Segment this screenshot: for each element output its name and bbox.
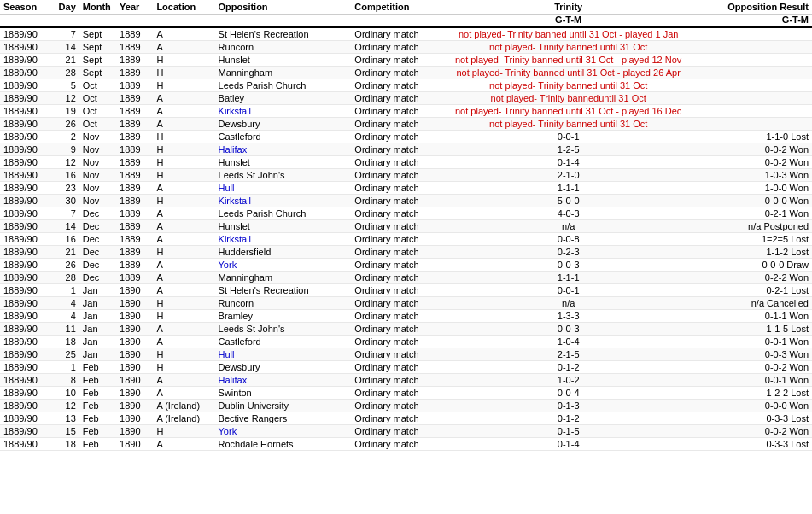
cell-opp-result: 0-0-2 Won — [689, 361, 812, 374]
table-row: 1889/90 11 Jan 1890 A Leeds St John's Or… — [0, 323, 812, 336]
cell-location: H — [153, 54, 214, 67]
cell-season: 1889/90 — [0, 54, 51, 67]
cell-year: 1889 — [116, 143, 153, 156]
header-opp-result: Opposition Result — [689, 0, 812, 15]
cell-opp-result — [689, 79, 812, 92]
cell-day: 16 — [51, 169, 79, 182]
cell-location: H — [153, 348, 214, 361]
cell-opposition[interactable]: Hull — [215, 182, 352, 195]
header-opposition: Opposition — [215, 0, 352, 15]
cell-season: 1889/90 — [0, 387, 51, 400]
cell-opposition[interactable]: York — [215, 259, 352, 272]
sub-trinity: G-T-M — [448, 15, 689, 28]
table-row: 1889/90 8 Feb 1890 A Halifax Ordinary ma… — [0, 374, 812, 387]
table-row: 1889/90 19 Oct 1889 A Kirkstall Ordinary… — [0, 105, 812, 118]
cell-opposition[interactable]: York — [215, 425, 352, 438]
table-row: 1889/90 21 Sept 1889 H Hunslet Ordinary … — [0, 54, 812, 67]
cell-location: A (Ireland) — [153, 400, 214, 412]
sub-month — [79, 15, 116, 28]
cell-year: 1889 — [116, 131, 153, 143]
cell-month: Dec — [79, 272, 116, 284]
cell-opposition[interactable]: Hull — [215, 348, 352, 361]
cell-trinity: 0-0-3 — [448, 259, 689, 272]
cell-opposition[interactable]: Kirkstall — [215, 195, 352, 207]
cell-year: 1889 — [116, 246, 153, 259]
cell-season: 1889/90 — [0, 195, 51, 207]
header-row-sub: G-T-M G-T-M — [0, 15, 812, 28]
cell-trinity: 0-2-3 — [448, 246, 689, 259]
cell-opp-result: 0-0-1 Won — [689, 374, 812, 387]
table-row: 1889/90 16 Nov 1889 H Leeds St John's Or… — [0, 169, 812, 182]
cell-opposition: Swinton — [215, 387, 352, 400]
cell-opp-result: n/a Postponed — [689, 220, 812, 233]
cell-opp-result: 1-1-5 Lost — [689, 323, 812, 336]
cell-opposition[interactable]: Halifax — [215, 374, 352, 387]
cell-month: Nov — [79, 156, 116, 169]
cell-year: 1890 — [116, 284, 153, 297]
cell-opp-result: 0-0-1 Won — [689, 336, 812, 348]
cell-opposition: Hunslet — [215, 220, 352, 233]
cell-competition: Ordinary match — [351, 207, 447, 220]
cell-year: 1890 — [116, 310, 153, 323]
cell-competition: Ordinary match — [351, 361, 447, 374]
cell-trinity: 1-2-5 — [448, 143, 689, 156]
cell-location: H — [153, 131, 214, 143]
cell-competition: Ordinary match — [351, 67, 447, 79]
cell-year: 1889 — [116, 118, 153, 131]
cell-day: 26 — [51, 259, 79, 272]
cell-location: A — [153, 92, 214, 105]
cell-opposition[interactable]: Halifax — [215, 143, 352, 156]
cell-year: 1889 — [116, 233, 153, 246]
cell-year: 1889 — [116, 272, 153, 284]
table-row: 1889/90 18 Jan 1890 A Castleford Ordinar… — [0, 336, 812, 348]
cell-opposition[interactable]: Kirkstall — [215, 233, 352, 246]
cell-competition: Ordinary match — [351, 105, 447, 118]
cell-day: 28 — [51, 272, 79, 284]
cell-opp-result: 0-0-0 Draw — [689, 259, 812, 272]
cell-trinity: not played- Trinity banned until 31 Oct — [448, 79, 689, 92]
cell-competition: Ordinary match — [351, 195, 447, 207]
cell-opposition: Hunslet — [215, 156, 352, 169]
cell-month: Oct — [79, 118, 116, 131]
cell-month: Nov — [79, 169, 116, 182]
cell-month: Jan — [79, 348, 116, 361]
cell-year: 1890 — [116, 438, 153, 451]
cell-year: 1889 — [116, 195, 153, 207]
cell-opp-result: 1-1-0 Lost — [689, 131, 812, 143]
cell-opposition: Castleford — [215, 336, 352, 348]
cell-month: Nov — [79, 143, 116, 156]
cell-opposition: Manningham — [215, 272, 352, 284]
cell-location: A — [153, 284, 214, 297]
cell-trinity: not played- Trinity banned until 31 Oct … — [448, 105, 689, 118]
cell-opposition: Huddersfield — [215, 246, 352, 259]
cell-trinity: not played- Trinity banneduntil 31 Oct — [448, 92, 689, 105]
cell-season: 1889/90 — [0, 207, 51, 220]
cell-trinity: 5-0-0 — [448, 195, 689, 207]
cell-opp-result: 1-0-3 Won — [689, 169, 812, 182]
table-row: 1889/90 30 Nov 1889 H Kirkstall Ordinary… — [0, 195, 812, 207]
sub-year — [116, 15, 153, 28]
cell-year: 1889 — [116, 182, 153, 195]
cell-season: 1889/90 — [0, 182, 51, 195]
cell-opp-result: 0-2-1 Lost — [689, 284, 812, 297]
cell-year: 1890 — [116, 297, 153, 310]
table-row: 1889/90 12 Oct 1889 A Batley Ordinary ma… — [0, 92, 812, 105]
table-row: 1889/90 4 Jan 1890 H Runcorn Ordinary ma… — [0, 297, 812, 310]
cell-location: A — [153, 220, 214, 233]
cell-opposition[interactable]: Kirkstall — [215, 105, 352, 118]
table-row: 1889/90 25 Jan 1890 H Hull Ordinary matc… — [0, 348, 812, 361]
cell-year: 1890 — [116, 374, 153, 387]
sub-competition — [351, 15, 447, 28]
cell-day: 7 — [51, 27, 79, 41]
cell-day: 23 — [51, 182, 79, 195]
cell-day: 18 — [51, 438, 79, 451]
cell-location: A — [153, 118, 214, 131]
cell-opp-result: 1-2-2 Lost — [689, 387, 812, 400]
cell-day: 12 — [51, 400, 79, 412]
sub-day — [51, 15, 79, 28]
cell-day: 30 — [51, 195, 79, 207]
cell-month: Feb — [79, 412, 116, 425]
cell-trinity: 0-0-1 — [448, 131, 689, 143]
cell-location: A — [153, 105, 214, 118]
cell-year: 1890 — [116, 323, 153, 336]
